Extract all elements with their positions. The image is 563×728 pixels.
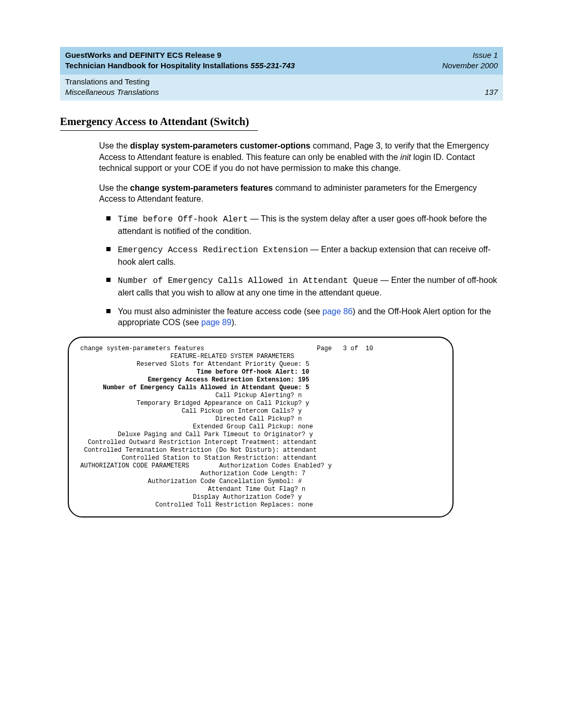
paragraph-2: Use the change system-parameters feature… xyxy=(99,182,503,205)
section-name: Miscellaneous Translations xyxy=(65,87,159,97)
page-subheader: Translations and Testing Miscellaneous T… xyxy=(60,75,503,101)
chapter-name: Translations and Testing xyxy=(65,77,150,87)
page: GuestWorks and DEFINITY ECS Release 9 Is… xyxy=(0,0,563,570)
page-header: GuestWorks and DEFINITY ECS Release 9 Is… xyxy=(60,47,503,75)
page-link-89[interactable]: page 89 xyxy=(201,318,231,327)
header-issue: Issue 1 xyxy=(473,50,498,60)
terminal-screen-wrap: change system-parameters features Page 3… xyxy=(68,337,454,517)
section-title: Emergency Access to Attendant (Switch) xyxy=(60,115,503,128)
page-link-86[interactable]: page 86 xyxy=(323,307,353,316)
list-item: Number of Emergency Calls Allowed in Att… xyxy=(99,275,503,298)
terminal-screen: change system-parameters features Page 3… xyxy=(68,337,454,517)
list-item: You must also administer the feature acc… xyxy=(99,306,503,328)
body-text: Use the display system-parameters custom… xyxy=(99,140,503,517)
title-rule xyxy=(60,130,258,131)
header-date: November 2000 xyxy=(442,60,498,71)
header-title-line1: GuestWorks and DEFINITY ECS Release 9 xyxy=(65,50,222,60)
header-title-line2: Technician Handbook for Hospitality Inst… xyxy=(65,60,295,71)
bullet-list: Time before Off-hook Alert — This is the… xyxy=(99,213,503,328)
list-item: Time before Off-hook Alert — This is the… xyxy=(99,213,503,237)
page-number: 137 xyxy=(485,87,498,97)
paragraph-1: Use the display system-parameters custom… xyxy=(99,140,503,174)
list-item: Emergency Access Redirection Extension —… xyxy=(99,244,503,267)
